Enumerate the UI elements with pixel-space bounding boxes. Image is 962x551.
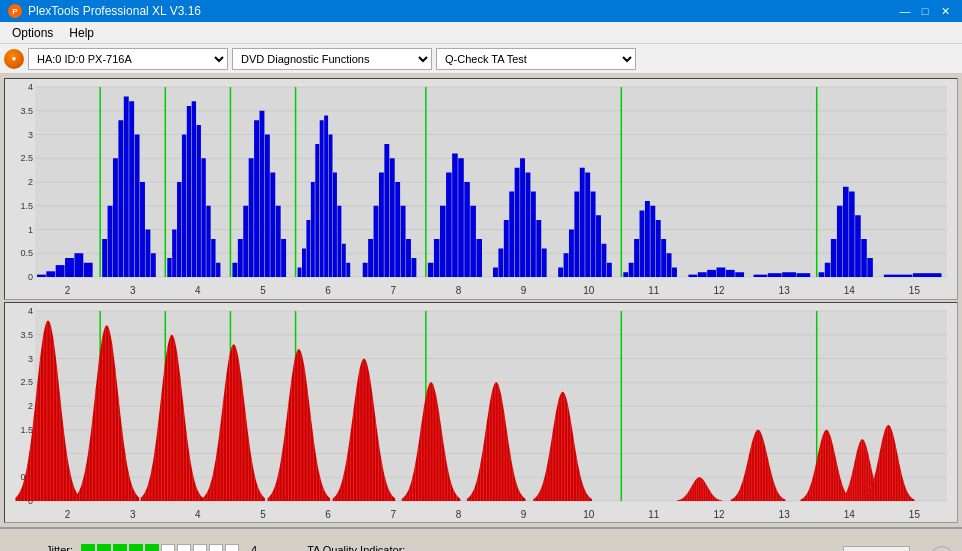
jitter-block-9 <box>209 544 223 551</box>
start-button[interactable]: Start <box>843 546 910 551</box>
title-bar-controls: — □ ✕ <box>896 3 954 19</box>
jitter-progress <box>81 544 239 551</box>
menu-options[interactable]: Options <box>4 24 61 42</box>
bottom-panel: Jitter: 4 Peak Shift: <box>0 527 962 551</box>
function-select[interactable]: DVD Diagnostic Functions <box>232 48 432 70</box>
test-select[interactable]: Q-Check TA Test <box>436 48 636 70</box>
minimize-button[interactable]: — <box>896 3 914 19</box>
device-select[interactable]: HA:0 ID:0 PX-716A <box>28 48 228 70</box>
toolbar: ● HA:0 ID:0 PX-716A DVD Diagnostic Funct… <box>0 44 962 74</box>
title-bar: P PlexTools Professional XL V3.16 — □ ✕ <box>0 0 962 22</box>
main-content <box>0 74 962 527</box>
title-bar-left: P PlexTools Professional XL V3.16 <box>8 4 201 18</box>
device-icon: ● <box>4 49 24 69</box>
jitter-block-1 <box>81 544 95 551</box>
jitter-value: 4 <box>251 544 257 551</box>
jitter-block-3 <box>113 544 127 551</box>
jitter-block-5 <box>145 544 159 551</box>
menu-bar: Options Help <box>0 22 962 44</box>
ta-quality-label: TA Quality Indicator: <box>307 544 405 552</box>
jitter-block-8 <box>193 544 207 551</box>
ta-quality: TA Quality Indicator: Not Good <box>307 544 405 552</box>
bottom-chart <box>4 302 958 524</box>
jitter-block-6 <box>161 544 175 551</box>
jitter-block-4 <box>129 544 143 551</box>
info-button[interactable]: i <box>930 546 954 551</box>
charts-area <box>0 74 962 527</box>
jitter-block-2 <box>97 544 111 551</box>
jitter-label: Jitter: <box>8 544 73 551</box>
top-chart <box>4 78 958 300</box>
window-title: PlexTools Professional XL V3.16 <box>28 4 201 18</box>
menu-help[interactable]: Help <box>61 24 102 42</box>
jitter-block-7 <box>177 544 191 551</box>
jitter-block-10 <box>225 544 239 551</box>
jitter-row: Jitter: 4 <box>8 544 257 551</box>
close-button[interactable]: ✕ <box>936 3 954 19</box>
maximize-button[interactable]: □ <box>916 3 934 19</box>
metrics-left: Jitter: 4 Peak Shift: <box>8 544 257 551</box>
app-icon: P <box>8 4 22 18</box>
